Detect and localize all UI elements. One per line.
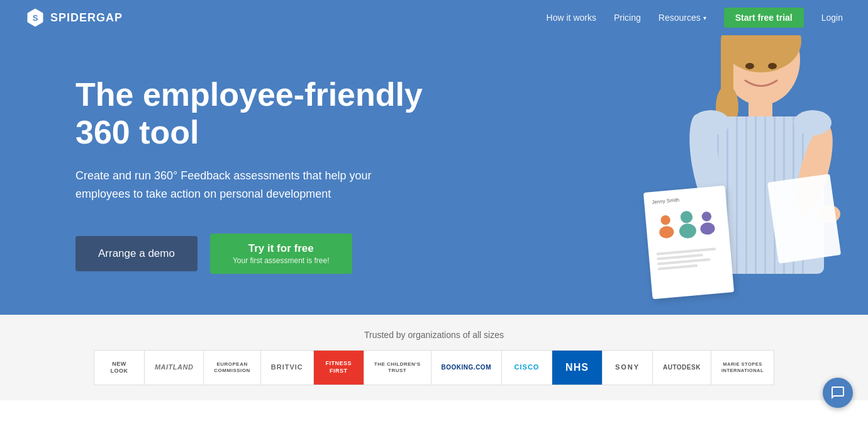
logo-sony: SONY	[602, 350, 652, 385]
svg-rect-17	[736, 116, 738, 274]
arrange-demo-button[interactable]: Arrange a demo	[75, 236, 198, 271]
svg-rect-29	[767, 174, 841, 264]
svg-point-32	[692, 110, 730, 135]
try-free-sublabel: Your first assessment is free!	[233, 256, 330, 265]
logo-nhs: NHS	[552, 350, 602, 385]
hero-title: The employee-friendly 360 tool	[75, 76, 440, 152]
svg-rect-20	[764, 116, 766, 274]
svg-point-31	[768, 63, 777, 69]
lower-section: Clearer feedback reports	[0, 400, 868, 423]
hero-subtitle: Create and run 360° Feedback assessments…	[75, 167, 403, 203]
hero-buttons: Arrange a demo Try it for free Your firs…	[75, 234, 440, 274]
nav-how-it-works[interactable]: How it works	[547, 13, 596, 23]
nav-resources[interactable]: Resources	[659, 13, 701, 23]
logos-row: NEWLOOK Maitland EUROPEANCOMMISSION BRIT…	[25, 350, 843, 385]
doc-chart	[652, 205, 722, 248]
logo-european-commission: EUROPEANCOMMISSION	[203, 350, 260, 385]
try-free-button[interactable]: Try it for free Your first assessment is…	[210, 234, 352, 274]
svg-point-3	[659, 225, 674, 239]
svg-point-6	[701, 212, 712, 222]
resources-chevron-icon: ▾	[703, 14, 706, 21]
svg-text:S: S	[33, 13, 38, 23]
hero-section: The employee-friendly 360 tool Create an…	[0, 0, 868, 315]
logo-fitness-first: Fitnessfirst	[313, 350, 364, 385]
hero-content: The employee-friendly 360 tool Create an…	[0, 38, 440, 311]
svg-point-30	[745, 63, 754, 69]
svg-point-2	[660, 215, 671, 225]
svg-point-5	[679, 223, 697, 239]
trusted-section: Trusted by organizations of all sizes NE…	[0, 315, 868, 400]
start-trial-button[interactable]: Start free trial	[724, 8, 804, 28]
nav-pricing[interactable]: Pricing	[614, 13, 641, 23]
logo-new-look: NEWLOOK	[94, 350, 144, 385]
logo-link[interactable]: S Spidergap	[25, 8, 123, 28]
logo-britvic: BRITVIC	[260, 350, 313, 385]
doc-lines	[656, 247, 724, 270]
logo-maitland: Maitland	[144, 350, 203, 385]
logo-autodesk: AUTODESK	[652, 350, 711, 385]
trusted-text: Trusted by organizations of all sizes	[25, 330, 843, 340]
document-card: Jenny Smith	[643, 186, 734, 300]
doc-name: Jenny Smith	[652, 194, 718, 205]
svg-rect-19	[755, 116, 757, 274]
try-free-label: Try it for free	[248, 242, 314, 254]
logo-text: Spidergap	[50, 11, 123, 25]
logo-childrens-trust: The Children'sTrust	[364, 350, 431, 385]
navbar: S Spidergap How it works Pricing Resourc…	[0, 0, 868, 35]
chat-icon	[830, 385, 845, 400]
svg-point-7	[700, 222, 716, 235]
logo-icon: S	[25, 8, 45, 28]
chat-bubble-button[interactable]	[823, 378, 853, 408]
logo-marie-stopes: MARIE STOPESINTERNATIONAL	[711, 350, 774, 385]
svg-point-4	[680, 210, 693, 223]
navbar-links: How it works Pricing Resources ▾ Start f…	[547, 8, 843, 28]
login-link[interactable]: Login	[821, 13, 843, 23]
svg-rect-18	[745, 116, 747, 274]
svg-point-33	[794, 110, 832, 135]
nav-resources-container: Resources ▾	[659, 13, 706, 23]
logo-booking-com: Booking.com	[431, 350, 501, 385]
logo-cisco: CISCO	[501, 350, 552, 385]
